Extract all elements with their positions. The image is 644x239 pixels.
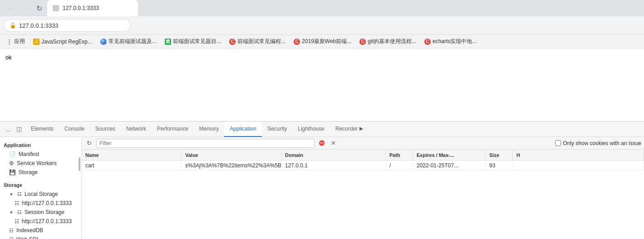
bookmark-label-4: 前端面试常见编程... [237, 38, 285, 45]
sidebar-item-manifest[interactable]: 📄 Manifest [0, 150, 81, 159]
tab-network[interactable]: Network [121, 122, 152, 137]
cookies-table: Name Value Domain Path Expires / Max-... [82, 150, 644, 239]
bookmark-label-5: 2019最新Web前端... [302, 38, 351, 45]
sidebar-item-storage[interactable]: 💾 Storage [0, 168, 81, 177]
sidebar-item-indexeddb[interactable]: ☷ IndexedDB [0, 226, 81, 235]
tab-performance[interactable]: Performance [152, 122, 194, 137]
sidebar-item-session-storage[interactable]: ▼ ☷ Session Storage [0, 208, 81, 217]
sidebar-indexeddb-label: IndexedDB [16, 227, 43, 234]
only-issues-text: Only show cookies with an issue [563, 140, 641, 146]
tab-application-label: Application [230, 126, 256, 132]
sidebar-section-application: Application [0, 141, 81, 150]
cell-value: s%3Aj%3A%7B%22items%22%3A%5B... [182, 161, 281, 170]
only-issues-label[interactable]: Only show cookies with an issue [555, 140, 641, 146]
tab-elements[interactable]: Elements [25, 122, 59, 137]
devtools-device-btn[interactable]: ◫ [15, 125, 24, 134]
sidebar-session-storage-label: Session Storage [25, 209, 64, 215]
sidebar-item-service-workers[interactable]: ⚙ Service Workers [0, 159, 81, 168]
tab-title: 127.0.0.1:3333 [63, 5, 99, 11]
sidebar-local-storage-label: Local Storage [25, 191, 58, 197]
bookmark-1[interactable]: J JavaScript RegExp... [30, 38, 95, 46]
tab-recorder[interactable]: Recorder ▶ [330, 122, 369, 137]
sidebar-item-local-storage[interactable]: ▼ ☷ Local Storage [0, 190, 81, 199]
bookmark-3[interactable]: 简 前端面试常见题目... [162, 37, 224, 46]
bookmark-label-1: JavaScript RegExp... [41, 39, 92, 45]
tab-recorder-label: Recorder [335, 126, 358, 132]
tab-network-label: Network [126, 126, 146, 132]
bookmark-apps[interactable]: ⋮ 应用 [4, 37, 28, 46]
cell-name: cart [82, 161, 182, 170]
manifest-icon: 📄 [9, 151, 16, 157]
bookmark-label-6: git的基本使用流程... [368, 38, 416, 45]
session-storage-icon: ☷ [17, 210, 22, 215]
indexeddb-icon: ☷ [9, 228, 14, 234]
tab-console[interactable]: Console [59, 122, 90, 137]
filter-input[interactable] [96, 139, 315, 148]
sidebar-storage-label: Storage [19, 169, 38, 176]
browser-chrome: ← → ↻ 127.0.0.1:3333 🔓 127.0.0.1:3333 ⋮ … [0, 0, 644, 49]
tab-memory[interactable]: Memory [194, 122, 224, 137]
tab-sources-label: Sources [95, 126, 115, 132]
bookmark-favicon-1: J [33, 39, 39, 45]
bookmark-7[interactable]: C echarts实现中地... [422, 37, 479, 46]
tab-memory-label: Memory [199, 126, 219, 132]
tab-console-label: Console [64, 126, 84, 132]
col-header-size: Size [486, 150, 513, 160]
tab-lighthouse-label: Lighthouse [298, 126, 324, 132]
sidebar-manifest-label: Manifest [19, 151, 39, 157]
sidebar-item-websql[interactable]: ☷ Web SQL [0, 235, 81, 239]
bookmark-4[interactable]: C 前端面试常见编程... [226, 37, 288, 46]
table-row[interactable]: cart s%3Aj%3A%7B%22items%22%3A%5B... 127… [82, 161, 644, 171]
back-button[interactable]: ← [4, 2, 16, 15]
bookmark-favicon-6: C [359, 39, 366, 45]
tab-security-label: Security [267, 126, 287, 132]
secure-icon: 🔓 [10, 22, 16, 29]
devtools-icons: ⎵ ◫ [2, 125, 25, 134]
bookmark-favicon-4: C [229, 39, 236, 45]
sidebar-session-storage-url-label: http://127.0.0.1:3333 [22, 218, 72, 224]
apps-icon: ⋮ [6, 38, 12, 45]
close-filter-button[interactable]: ✕ [329, 139, 338, 148]
col-header-expires: Expires / Max-... [413, 150, 486, 160]
forward-button[interactable]: → [18, 2, 31, 15]
reload-button[interactable]: ↻ [33, 2, 45, 15]
bookmark-label-2: 常见前端面试题及... [108, 38, 157, 45]
devtools-main-panel: ↻ ⛔ ✕ Only show cookies with an issue Na… [82, 137, 644, 239]
tab-favicon [53, 5, 59, 11]
cell-expires: 2022-01-25T07... [413, 161, 486, 170]
sidebar-section-storage: Storage [0, 180, 81, 190]
refresh-cookies-button[interactable]: ↻ [84, 139, 93, 148]
sidebar-websql-label: Web SQL [16, 236, 40, 239]
bookmark-label-3: 前端面试常见题目... [173, 38, 221, 45]
bookmark-2[interactable]: 🔍 常见前端面试题及... [98, 37, 159, 46]
storage-icon: 💾 [9, 169, 16, 176]
bookmark-5[interactable]: C 2019最新Web前端... [291, 37, 354, 46]
tab-lighthouse[interactable]: Lighthouse [292, 122, 330, 137]
tab-security[interactable]: Security [262, 122, 292, 137]
cell-path: / [386, 161, 413, 170]
websql-icon: ☷ [9, 237, 14, 239]
sidebar-item-session-storage-url[interactable]: ☷ http://127.0.0.1:3333 [0, 217, 81, 226]
tab-elements-label: Elements [31, 126, 54, 132]
bookmark-favicon-2: 🔍 [100, 39, 107, 45]
url-text: 127.0.0.1:3333 [19, 22, 59, 29]
session-storage-url-icon: ☷ [15, 219, 19, 224]
sidebar-item-local-storage-url[interactable]: ☷ http://127.0.0.1:3333 [0, 199, 81, 208]
devtools-inspect-btn[interactable]: ⎵ [4, 125, 13, 134]
omnibox-bar: 🔓 127.0.0.1:3333 [0, 16, 644, 34]
service-workers-icon: ⚙ [9, 160, 14, 166]
cell-domain: 127.0.0.1 [281, 161, 386, 170]
omnibox[interactable]: 🔓 127.0.0.1:3333 [4, 19, 131, 32]
bookmark-6[interactable]: C git的基本使用流程... [357, 37, 419, 46]
only-issues-checkbox[interactable] [555, 140, 561, 146]
devtools-body: Application 📄 Manifest ⚙ Service Workers… [0, 137, 644, 239]
bookmark-favicon-5: C [294, 39, 300, 45]
devtools-sidebar: Application 📄 Manifest ⚙ Service Workers… [0, 137, 82, 239]
cell-size: 93 [486, 161, 513, 170]
tab-sources[interactable]: Sources [90, 122, 121, 137]
page-ok-text: ok [5, 54, 12, 61]
clear-cookies-button[interactable]: ⛔ [317, 139, 326, 148]
col-header-value: Value [182, 150, 281, 160]
tab-application[interactable]: Application [224, 122, 262, 137]
devtools-tabbar: ⎵ ◫ Elements Console Sources Network Per… [0, 122, 644, 137]
